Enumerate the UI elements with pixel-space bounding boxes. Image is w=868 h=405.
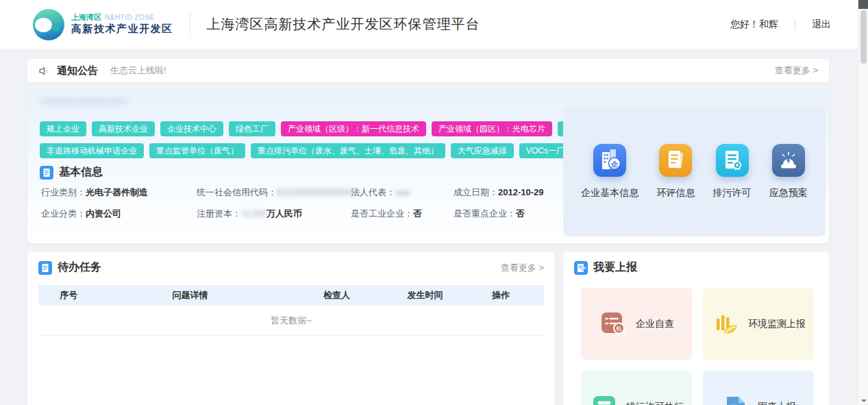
info-field: 法人代表：●●●	[351, 186, 454, 199]
info-field-value: 否	[413, 208, 422, 219]
logo-en-name: N&HTID ZONE	[105, 14, 155, 21]
quick-link-emergency-plan[interactable]: 应急预案	[769, 144, 808, 199]
quick-link-discharge-permit[interactable]: 排污许可	[713, 144, 752, 199]
info-field-label: 是否重点企业：	[454, 208, 516, 219]
notice-more-link[interactable]: 查看更多 >	[775, 64, 818, 77]
info-field-label: 行业类别：	[41, 187, 86, 197]
quick-link-eia-info[interactable]: 环评信息	[656, 144, 695, 199]
info-field: 是否重点企业：否	[454, 208, 558, 220]
todo-more-link[interactable]: 查看更多 >	[501, 262, 544, 274]
info-field-value: 否	[516, 208, 525, 219]
solid-waste-icon	[721, 392, 751, 405]
header-divider	[190, 12, 190, 38]
company-overview-card: ●●●●●●●●●●●●●●●● 规上企业高新技术企业企业技术中心绿色工厂产业领…	[27, 89, 829, 243]
report-doc-icon	[574, 261, 588, 275]
logout-button[interactable]: 退出	[812, 19, 831, 31]
scroll-up-arrow-icon[interactable]	[858, 0, 868, 9]
logo-icon	[33, 9, 64, 40]
eia-info-icon	[659, 144, 692, 177]
company-tag: 绿色工厂	[229, 121, 275, 136]
basic-info-header: 基本信息	[40, 165, 103, 180]
permit-execution-icon	[589, 392, 619, 405]
info-field: 行业类别：光电子器件制造	[41, 186, 197, 199]
self-inspection-icon: 检	[599, 309, 629, 339]
company-name-masked: ●●●●●●●●●●●●●●●●	[41, 96, 127, 106]
company-tag: 大气应急减排	[451, 143, 514, 158]
report-card: 我要上报 检 企业自查	[563, 251, 829, 405]
info-field-value: 内资公司	[86, 208, 121, 219]
quick-link-label: 应急预案	[769, 187, 808, 199]
info-field-masked-value: 91310000000000000X	[277, 188, 360, 197]
info-field: 统一社会信用代码：91310000000000000X	[197, 186, 351, 199]
report-tile-self-inspection[interactable]: 检 企业自查	[581, 288, 692, 360]
info-field: 企业分类：内资公司	[41, 208, 197, 220]
quick-link-enterprise-info[interactable]: 企 企业基本信息	[581, 144, 638, 199]
page-scrollbar[interactable]	[858, 0, 868, 405]
report-tile-permit-execution[interactable]: 排污许可执行	[581, 371, 692, 405]
logo-zone-name: 高新技术产业开发区	[71, 23, 173, 36]
info-field: 是否工业企业：否	[351, 208, 454, 220]
quick-links-panel: 企 企业基本信息 环评信息	[563, 106, 826, 236]
report-tile-label: 企业自查	[636, 318, 674, 330]
info-field-masked-value: 12,000	[241, 209, 266, 219]
notice-bar: 通知公告 生态云上线啦! 查看更多 >	[27, 59, 829, 82]
column-header-occur-time: 发生时间	[393, 285, 458, 306]
company-tag: 企业技术中心	[160, 121, 223, 136]
report-tile-solid-waste[interactable]: 固废上报	[703, 371, 814, 405]
info-field-label: 企业分类：	[41, 208, 86, 219]
emergency-plan-icon	[772, 144, 805, 177]
column-header-action: 操作	[458, 285, 544, 306]
speaker-icon	[38, 65, 50, 77]
quick-link-label: 环评信息	[656, 187, 695, 199]
info-field-label: 是否工业企业：	[351, 208, 413, 219]
todo-header: 待办任务 查看更多 >	[27, 251, 555, 282]
scrollbar-thumb[interactable]	[860, 10, 867, 64]
company-tag: 产业领域（区级）：新一代信息技术	[281, 121, 426, 136]
page-title: 上海湾区高新技术产业开发区环保管理平台	[207, 15, 480, 34]
basic-info-title: 基本信息	[59, 165, 103, 180]
scroll-down-arrow-icon[interactable]	[858, 396, 868, 405]
svg-text:检: 检	[616, 326, 622, 332]
info-field-value: 万人民币	[266, 208, 302, 219]
document-icon	[40, 166, 53, 180]
info-field: 成立日期：2012-10-29	[454, 186, 558, 199]
logo-cn-name: 上海湾区	[71, 13, 101, 21]
report-tile-env-monitoring[interactable]: 环境监测上报	[703, 288, 814, 360]
todo-empty-state: 暂无数据~	[38, 306, 544, 336]
report-tile-label: 环境监测上报	[748, 318, 806, 330]
todo-table-header: 序号 问题详情 检查人 发生时间 操作	[38, 285, 544, 306]
info-field-value: 2012-10-29	[498, 187, 544, 197]
basic-info-grid: 行业类别：光电子器件制造 统一社会信用代码：91310000000000000X…	[41, 186, 558, 220]
company-tag: 非道路移动机械申请企业	[40, 143, 144, 158]
logo: 上海湾区N&HTID ZONE 高新技术产业开发区	[33, 9, 173, 40]
info-field: 注册资本：12,000万人民币	[197, 208, 351, 220]
company-tag: 重点排污单位（废水、废气、土壤、危废、其他）	[251, 143, 445, 158]
info-field-label: 统一社会信用代码：	[197, 187, 277, 197]
env-monitoring-icon	[711, 309, 741, 339]
company-tag: 产业领域（园区）：光电芯片	[432, 121, 552, 136]
company-tags-row2: 非道路移动机械申请企业重点监管单位（废气）重点排污单位（废水、废气、土壤、危废、…	[40, 143, 588, 158]
user-greeting: 您好！和辉	[730, 19, 778, 31]
report-grid: 检 企业自查 环境监测上报	[563, 282, 829, 405]
report-tile-label: 排污许可执行	[626, 401, 684, 405]
column-header-issue-detail: 问题详情	[99, 285, 282, 306]
column-header-inspector: 检查人	[281, 285, 392, 306]
app-header: 上海湾区N&HTID ZONE 高新技术产业开发区 上海湾区高新技术产业开发区环…	[0, 0, 868, 49]
todo-title: 待办任务	[58, 260, 101, 275]
info-field-label: 注册资本：	[197, 208, 241, 219]
notice-message[interactable]: 生态云上线啦!	[110, 64, 166, 77]
info-field-masked-value: ●●●	[395, 188, 410, 197]
report-header: 我要上报	[563, 251, 829, 282]
report-title: 我要上报	[593, 260, 637, 275]
quick-link-label: 排污许可	[713, 187, 752, 199]
column-header-seq: 序号	[38, 285, 99, 306]
svg-text:企: 企	[610, 160, 619, 167]
company-tag: 规上企业	[40, 121, 86, 136]
info-field-label: 成立日期：	[454, 187, 498, 197]
enterprise-info-icon: 企	[593, 144, 626, 177]
todo-tasks-card: 待办任务 查看更多 > 序号 问题详情 检查人 发生时间 操作 暂无数据~	[27, 251, 555, 405]
user-divider	[795, 19, 795, 30]
notice-label: 通知公告	[57, 64, 98, 77]
quick-link-label: 企业基本信息	[581, 187, 638, 199]
info-field-value: 光电子器件制造	[86, 187, 148, 197]
